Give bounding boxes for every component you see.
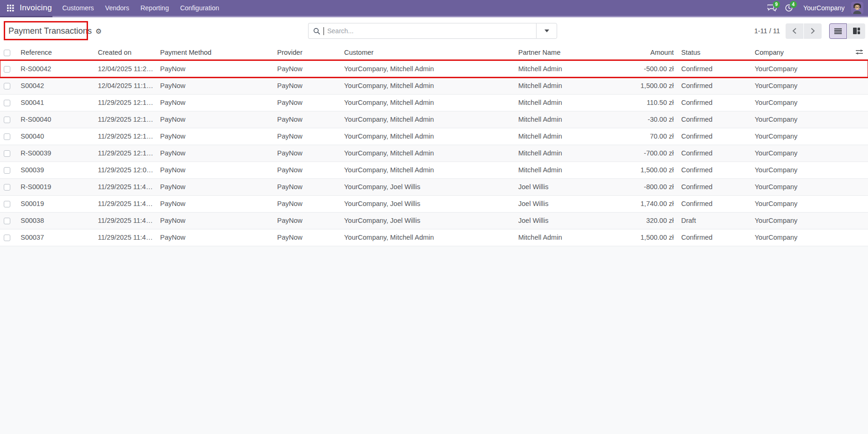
row-checkbox-cell[interactable] [0, 111, 19, 128]
column-header-reference[interactable]: Reference [19, 45, 96, 60]
cell-payment-method: PayNow [158, 229, 275, 246]
menu-item-customers[interactable]: Customers [57, 0, 100, 16]
column-header-customer[interactable]: Customer [342, 45, 516, 60]
table-row[interactable]: R-S00040 11/29/2025 12:15:39 PayNow PayN… [0, 111, 868, 128]
row-checkbox[interactable] [4, 184, 10, 191]
cell-status: Confirmed [676, 77, 753, 94]
messages-button[interactable]: 9 [765, 1, 779, 15]
cell-customer: YourCompany, Joel Willis [342, 195, 516, 212]
row-checkbox[interactable] [4, 133, 10, 140]
cell-partner-name: Joel Willis [516, 212, 622, 229]
pager-next-button[interactable] [804, 23, 822, 39]
table-row[interactable]: S00040 11/29/2025 12:13:34 PayNow PayNow… [0, 128, 868, 145]
column-header-created-on[interactable]: Created on [96, 45, 158, 60]
row-checkbox-cell[interactable] [0, 94, 19, 111]
list-view-button[interactable] [829, 23, 847, 39]
activities-button[interactable]: 4 [782, 1, 796, 15]
row-checkbox[interactable] [4, 218, 10, 224]
cell-customer: YourCompany, Mitchell Admin [342, 111, 516, 128]
cell-company: YourCompany [753, 60, 846, 77]
row-checkbox[interactable] [4, 117, 10, 123]
cell-partner-name: Joel Willis [516, 195, 622, 212]
optional-columns-cell[interactable] [846, 45, 868, 60]
cell-company: YourCompany [753, 145, 846, 162]
cell-created-on: 11/29/2025 12:15:39 [96, 111, 158, 128]
row-checkbox-cell[interactable] [0, 60, 19, 77]
pager-previous-button[interactable] [786, 23, 803, 39]
systray: 9 4 YourCompany [765, 1, 863, 15]
column-header-provider[interactable]: Provider [275, 45, 342, 60]
row-checkbox[interactable] [4, 83, 10, 89]
select-all-checkbox-cell[interactable] [0, 45, 19, 60]
table-row[interactable]: S00042 12/04/2025 11:16:48 PayNow PayNow… [0, 77, 868, 94]
column-header-payment-method[interactable]: Payment Method [158, 45, 275, 60]
cell-reference: S00042 [19, 77, 96, 94]
cell-created-on: 12/04/2025 11:16:48 [96, 77, 158, 94]
action-gear-icon[interactable]: ⚙ [96, 28, 102, 35]
page-title: Payment Transactions [8, 26, 92, 36]
main-menu: Customers Vendors Reporting Configuratio… [57, 0, 225, 16]
cell-provider: PayNow [275, 195, 342, 212]
cell-customer: YourCompany, Joel Willis [342, 178, 516, 195]
user-avatar[interactable] [851, 2, 863, 14]
cell-company: YourCompany [753, 77, 846, 94]
menu-item-vendors[interactable]: Vendors [100, 0, 135, 16]
row-checkbox-cell[interactable] [0, 128, 19, 145]
cell-provider: PayNow [275, 178, 342, 195]
row-checkbox[interactable] [4, 150, 10, 157]
menu-item-reporting[interactable]: Reporting [135, 0, 175, 16]
search-bar: Search... [308, 23, 557, 39]
row-checkbox-cell[interactable] [0, 229, 19, 246]
row-checkbox-cell[interactable] [0, 178, 19, 195]
search-options-toggle[interactable] [536, 23, 557, 39]
cell-payment-method: PayNow [158, 195, 275, 212]
chevron-right-icon [810, 28, 815, 34]
cell-amount: -30.00 zł [622, 111, 676, 128]
table-row[interactable]: S00039 11/29/2025 12:09:03 PayNow PayNow… [0, 162, 868, 178]
menu-item-configuration[interactable]: Configuration [175, 0, 225, 16]
app-name[interactable]: Invoicing [20, 3, 52, 13]
cell-customer: YourCompany, Joel Willis [342, 212, 516, 229]
chevron-down-icon [544, 29, 549, 32]
table-row[interactable]: S00019 11/29/2025 11:45:28 PayNow PayNow… [0, 195, 868, 212]
row-checkbox-cell[interactable] [0, 195, 19, 212]
cell-provider: PayNow [275, 128, 342, 145]
cell-partner-name: Mitchell Admin [516, 77, 622, 94]
cell-amount: -800.00 zł [622, 178, 676, 195]
table-row[interactable]: S00038 11/29/2025 11:44:09 PayNow PayNow… [0, 212, 868, 229]
cell-created-on: 11/29/2025 11:42:11 [96, 229, 158, 246]
table-row-annotated[interactable]: R-S00042 12/04/2025 11:24:11 PayNow PayN… [0, 60, 868, 77]
row-checkbox-cell[interactable] [0, 77, 19, 94]
row-checkbox[interactable] [4, 100, 10, 106]
row-checkbox[interactable] [4, 66, 10, 73]
column-header-partner-name[interactable]: Partner Name [516, 45, 622, 60]
cell-amount: 1,740.00 zł [622, 195, 676, 212]
table-row[interactable]: R-S00019 11/29/2025 11:49:37 PayNow PayN… [0, 178, 868, 195]
search-input[interactable]: Search... [308, 23, 536, 39]
row-checkbox[interactable] [4, 235, 10, 241]
kanban-view-button[interactable] [847, 23, 865, 39]
row-checkbox[interactable] [4, 201, 10, 207]
cell-reference: S00037 [19, 229, 96, 246]
column-header-status[interactable]: Status [676, 45, 753, 60]
apps-grid-icon[interactable] [5, 2, 16, 14]
breadcrumb: Payment Transactions ⚙ [8, 17, 102, 45]
table-row[interactable]: S00041 11/29/2025 12:19:48 PayNow PayNow… [0, 94, 868, 111]
cell-company: YourCompany [753, 212, 846, 229]
table-row[interactable]: S00037 11/29/2025 11:42:11 PayNow PayNow… [0, 229, 868, 246]
cell-reference: S00041 [19, 94, 96, 111]
column-header-company[interactable]: Company [753, 45, 846, 60]
cell-provider: PayNow [275, 77, 342, 94]
cell-status: Confirmed [676, 162, 753, 178]
cell-reference: R-S00039 [19, 145, 96, 162]
view-switcher [829, 23, 865, 39]
select-all-checkbox[interactable] [4, 50, 10, 56]
row-checkbox-cell[interactable] [0, 162, 19, 178]
row-checkbox-cell[interactable] [0, 212, 19, 229]
cell-partner-name: Mitchell Admin [516, 145, 622, 162]
company-switcher[interactable]: YourCompany [803, 4, 845, 12]
row-checkbox-cell[interactable] [0, 145, 19, 162]
table-row[interactable]: R-S00039 11/29/2025 12:10:30 PayNow PayN… [0, 145, 868, 162]
row-checkbox[interactable] [4, 167, 10, 174]
column-header-amount[interactable]: Amount [622, 45, 676, 60]
